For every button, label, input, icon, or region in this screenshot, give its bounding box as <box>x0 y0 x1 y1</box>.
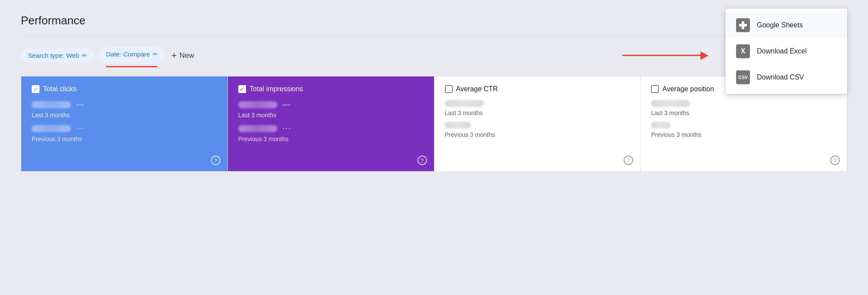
export-dropdown-menu: Google Sheets X Download Excel CSV Downl… <box>726 9 847 94</box>
arrow-head <box>700 51 708 60</box>
average-position-checkbox[interactable] <box>651 85 659 93</box>
total-clicks-checkbox[interactable]: ✓ <box>32 85 39 93</box>
total-clicks-prev-dash: ··· <box>76 124 85 133</box>
total-clicks-prev-value <box>32 125 71 132</box>
arrow-line <box>622 55 700 56</box>
total-clicks-period1: Last 3 months <box>32 112 217 119</box>
download-csv-option[interactable]: CSV Download CSV <box>726 64 847 90</box>
total-impressions-prev-value <box>238 125 277 132</box>
date-compare-filter[interactable]: Date: Compare ✏ <box>99 47 164 64</box>
svg-rect-3 <box>739 24 742 27</box>
metric-card-average-ctr[interactable]: Average CTR Last 3 months Previous 3 mon… <box>434 76 641 172</box>
total-impressions-current-value <box>238 101 277 108</box>
average-position-current-value <box>651 100 690 107</box>
average-ctr-current-value <box>445 100 484 107</box>
total-clicks-help-icon[interactable]: ? <box>211 156 220 165</box>
search-type-edit-icon: ✏ <box>82 52 87 59</box>
average-position-period1: Last 3 months <box>651 109 836 116</box>
metric-card-total-clicks[interactable]: ✓ Total clicks — Last 3 months ··· Previ… <box>21 76 227 172</box>
average-ctr-prev-value <box>445 122 471 129</box>
download-excel-option[interactable]: X Download Excel <box>726 38 847 64</box>
google-sheets-icon <box>736 18 750 32</box>
average-ctr-period1: Last 3 months <box>445 109 630 116</box>
red-arrow <box>622 51 708 60</box>
total-impressions-dash: — <box>283 100 290 109</box>
total-impressions-title: Total impressions <box>250 85 303 93</box>
total-clicks-current-value <box>32 101 71 108</box>
metric-card-total-impressions[interactable]: ✓ Total impressions — Last 3 months ··· … <box>227 76 434 172</box>
search-type-filter[interactable]: Search type: Web ✏ <box>21 48 94 63</box>
new-filter-label: New <box>180 51 194 60</box>
filter-bar: Search type: Web ✏ Date: Compare ✏ + New <box>21 47 847 64</box>
download-excel-label: Download Excel <box>757 47 807 55</box>
plus-icon: + <box>171 51 177 60</box>
divider <box>21 36 847 36</box>
svg-rect-2 <box>742 27 744 29</box>
average-ctr-title: Average CTR <box>456 85 498 93</box>
total-clicks-dash: — <box>76 100 84 109</box>
total-impressions-period2: Previous 3 months <box>238 136 424 143</box>
total-impressions-period1: Last 3 months <box>238 112 424 119</box>
google-sheets-label: Google Sheets <box>757 21 803 29</box>
average-position-title: Average position <box>662 85 714 93</box>
average-position-help-icon[interactable]: ? <box>830 156 840 165</box>
total-impressions-help-icon[interactable]: ? <box>418 156 427 165</box>
svg-rect-0 <box>742 21 744 24</box>
average-ctr-period2: Previous 3 months <box>445 131 630 138</box>
svg-rect-4 <box>744 24 747 27</box>
page-container: Performance ⬇ EXPORT Search type: Web ✏ … <box>0 0 868 172</box>
date-edit-icon: ✏ <box>153 51 158 57</box>
new-filter-button[interactable]: + New <box>170 47 196 64</box>
page-title: Performance <box>21 14 847 27</box>
average-position-period2: Previous 3 months <box>651 131 836 138</box>
metrics-row: ✓ Total clicks — Last 3 months ··· Previ… <box>21 76 847 172</box>
total-impressions-checkbox[interactable]: ✓ <box>238 85 246 93</box>
average-ctr-help-icon[interactable]: ? <box>624 156 633 165</box>
total-impressions-prev-dash: ··· <box>283 124 292 133</box>
svg-rect-1 <box>742 24 744 27</box>
date-compare-label: Date: Compare <box>106 50 150 58</box>
csv-icon: CSV <box>736 70 750 84</box>
excel-icon: X <box>736 44 750 58</box>
search-type-label: Search type: Web <box>28 52 79 59</box>
total-clicks-period2: Previous 3 months <box>32 136 217 143</box>
date-underline <box>106 66 158 67</box>
average-position-prev-value <box>651 122 671 129</box>
google-sheets-option[interactable]: Google Sheets <box>726 12 847 38</box>
average-ctr-checkbox[interactable] <box>445 85 453 93</box>
download-csv-label: Download CSV <box>757 73 804 81</box>
total-clicks-title: Total clicks <box>43 85 76 93</box>
